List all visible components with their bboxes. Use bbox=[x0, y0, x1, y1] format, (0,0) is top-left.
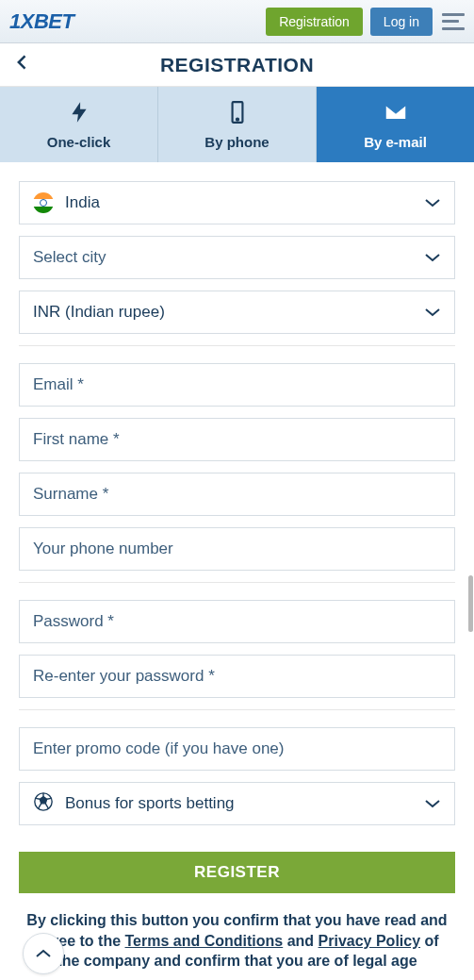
divider bbox=[19, 345, 455, 346]
tab-one-click[interactable]: One-click bbox=[0, 87, 158, 162]
titlebar: REGISTRATION bbox=[0, 43, 474, 87]
page-title: REGISTRATION bbox=[0, 54, 474, 76]
india-flag-icon bbox=[33, 192, 54, 213]
bonus-select[interactable]: Bonus for sports betting bbox=[19, 782, 455, 825]
first-name-placeholder: First name * bbox=[33, 430, 120, 449]
phone-icon bbox=[225, 100, 250, 125]
svg-marker-3 bbox=[40, 796, 46, 803]
registration-form: India Select city INR (Indian rupee) Ema… bbox=[0, 162, 474, 980]
chevron-up-icon bbox=[35, 948, 52, 959]
tab-label: By e-mail bbox=[364, 134, 427, 150]
hamburger-menu-icon[interactable] bbox=[442, 13, 465, 30]
city-select[interactable]: Select city bbox=[19, 236, 455, 279]
registration-button[interactable]: Registration bbox=[266, 8, 363, 36]
email-icon bbox=[384, 100, 408, 125]
city-placeholder: Select city bbox=[33, 248, 106, 267]
promo-code-field[interactable]: Enter promo code (if you have one) bbox=[19, 727, 455, 771]
registration-tabs: One-click By phone By e-mail bbox=[0, 87, 474, 162]
svg-line-8 bbox=[36, 798, 41, 799]
surname-placeholder: Surname * bbox=[33, 485, 108, 504]
chevron-down-icon bbox=[424, 303, 441, 322]
surname-field[interactable]: Surname * bbox=[19, 473, 455, 516]
logo: 1XBET bbox=[9, 9, 74, 34]
svg-line-5 bbox=[47, 798, 52, 799]
topbar: 1XBET Registration Log in bbox=[0, 0, 474, 43]
password-field[interactable]: Password * bbox=[19, 600, 455, 643]
phone-field[interactable]: Your phone number bbox=[19, 527, 455, 571]
scroll-to-top-button[interactable] bbox=[23, 933, 64, 974]
chevron-down-icon bbox=[424, 794, 441, 813]
confirm-text: By clicking this button you confirm that… bbox=[19, 910, 455, 972]
tab-label: One-click bbox=[47, 134, 111, 150]
re-password-placeholder: Re-enter your password * bbox=[33, 667, 215, 686]
bonus-value: Bonus for sports betting bbox=[65, 794, 235, 813]
svg-line-6 bbox=[45, 803, 48, 808]
divider bbox=[19, 709, 455, 710]
chevron-down-icon bbox=[424, 193, 441, 212]
login-button[interactable]: Log in bbox=[370, 8, 433, 36]
tab-by-phone[interactable]: By phone bbox=[158, 87, 317, 162]
tab-label: By phone bbox=[204, 134, 269, 150]
country-select[interactable]: India bbox=[19, 181, 455, 224]
currency-value: INR (Indian rupee) bbox=[33, 303, 165, 322]
first-name-field[interactable]: First name * bbox=[19, 418, 455, 461]
svg-line-7 bbox=[39, 803, 41, 808]
terms-link[interactable]: Terms and Conditions bbox=[125, 933, 284, 949]
phone-placeholder: Your phone number bbox=[33, 540, 173, 558]
divider bbox=[19, 582, 455, 583]
password-placeholder: Password * bbox=[33, 612, 114, 631]
email-placeholder: Email * bbox=[33, 375, 84, 394]
promo-placeholder: Enter promo code (if you have one) bbox=[33, 739, 284, 758]
scrollbar-thumb[interactable] bbox=[468, 575, 473, 632]
svg-point-1 bbox=[236, 118, 237, 120]
register-button[interactable]: REGISTER bbox=[19, 852, 455, 893]
lightning-icon bbox=[67, 100, 91, 125]
re-password-field[interactable]: Re-enter your password * bbox=[19, 655, 455, 698]
privacy-policy-link[interactable]: Privacy Policy bbox=[319, 933, 421, 949]
back-arrow-icon[interactable] bbox=[13, 53, 36, 77]
currency-select[interactable]: INR (Indian rupee) bbox=[19, 291, 455, 334]
country-value: India bbox=[65, 193, 100, 212]
chevron-down-icon bbox=[424, 248, 441, 267]
soccer-ball-icon bbox=[33, 791, 54, 817]
tab-by-email[interactable]: By e-mail bbox=[317, 87, 474, 162]
email-field[interactable]: Email * bbox=[19, 363, 455, 407]
